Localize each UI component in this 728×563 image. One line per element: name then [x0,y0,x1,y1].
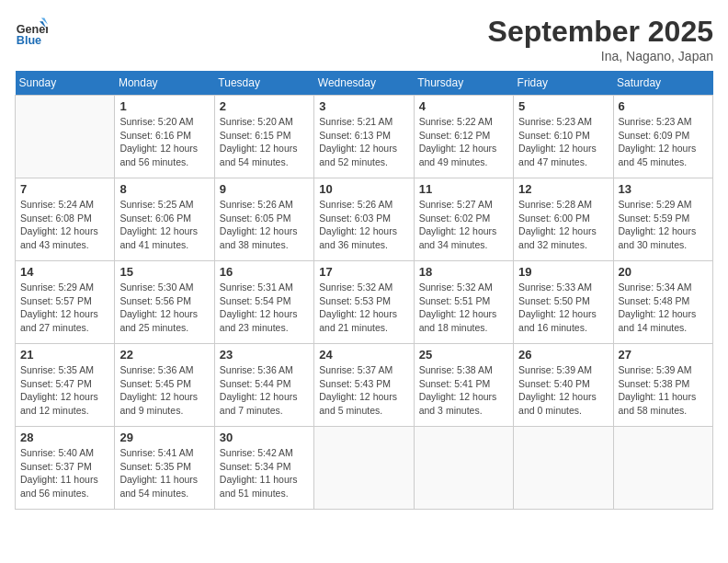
logo: General Blue [15,15,48,48]
day-info: Sunrise: 5:36 AMSunset: 5:44 PMDaylight:… [220,363,309,418]
day-info: Sunrise: 5:21 AMSunset: 6:13 PMDaylight:… [319,115,408,169]
day-number: 4 [419,99,508,113]
day-info: Sunrise: 5:23 AMSunset: 6:09 PMDaylight:… [619,115,708,169]
weekday-header-sunday: Sunday [16,71,115,96]
day-info: Sunrise: 5:26 AMSunset: 6:05 PMDaylight:… [220,198,309,252]
calendar-cell: 9Sunrise: 5:26 AMSunset: 6:05 PMDaylight… [214,178,313,261]
day-info: Sunrise: 5:39 AMSunset: 5:40 PMDaylight:… [518,363,608,418]
day-info: Sunrise: 5:40 AMSunset: 5:37 PMDaylight:… [20,446,109,500]
week-row-1: 1Sunrise: 5:20 AMSunset: 6:16 PMDaylight… [16,96,713,178]
week-row-4: 21Sunrise: 5:35 AMSunset: 5:47 PMDayligh… [16,344,713,427]
day-info: Sunrise: 5:28 AMSunset: 6:00 PMDaylight:… [518,198,608,252]
calendar-cell: 11Sunrise: 5:27 AMSunset: 6:02 PMDayligh… [414,178,513,261]
day-info: Sunrise: 5:35 AMSunset: 5:47 PMDaylight:… [20,363,109,418]
day-info: Sunrise: 5:37 AMSunset: 5:43 PMDaylight:… [319,363,408,418]
calendar-cell: 3Sunrise: 5:21 AMSunset: 6:13 PMDaylight… [314,96,414,178]
day-number: 3 [319,99,408,113]
day-info: Sunrise: 5:20 AMSunset: 6:15 PMDaylight:… [220,115,309,169]
calendar-cell: 6Sunrise: 5:23 AMSunset: 6:09 PMDaylight… [613,96,712,178]
day-info: Sunrise: 5:27 AMSunset: 6:02 PMDaylight:… [419,198,508,252]
day-number: 17 [319,265,408,279]
calendar-cell: 20Sunrise: 5:34 AMSunset: 5:48 PMDayligh… [613,261,712,344]
calendar-cell: 30Sunrise: 5:42 AMSunset: 5:34 PMDayligh… [214,427,313,510]
day-number: 18 [419,265,508,279]
day-info: Sunrise: 5:29 AMSunset: 5:59 PMDaylight:… [619,198,708,252]
day-info: Sunrise: 5:41 AMSunset: 5:35 PMDaylight:… [119,446,209,500]
day-info: Sunrise: 5:36 AMSunset: 5:45 PMDaylight:… [119,363,209,418]
weekday-header-thursday: Thursday [414,71,513,96]
day-number: 1 [119,99,209,113]
day-number: 16 [220,265,309,279]
calendar-cell: 28Sunrise: 5:40 AMSunset: 5:37 PMDayligh… [16,427,115,510]
calendar-cell [314,427,414,510]
logo-icon: General Blue [15,15,48,48]
day-number: 26 [518,348,608,362]
day-number: 27 [619,348,708,362]
day-info: Sunrise: 5:32 AMSunset: 5:53 PMDaylight:… [319,281,408,335]
calendar-cell [514,427,613,510]
day-number: 12 [518,182,608,196]
day-number: 15 [119,265,209,279]
week-row-2: 7Sunrise: 5:24 AMSunset: 6:08 PMDaylight… [16,178,713,261]
day-info: Sunrise: 5:26 AMSunset: 6:03 PMDaylight:… [319,198,408,252]
day-number: 2 [220,99,309,113]
calendar-cell: 29Sunrise: 5:41 AMSunset: 5:35 PMDayligh… [115,427,214,510]
calendar-cell: 2Sunrise: 5:20 AMSunset: 6:15 PMDaylight… [214,96,313,178]
calendar-cell: 10Sunrise: 5:26 AMSunset: 6:03 PMDayligh… [314,178,414,261]
weekday-header-wednesday: Wednesday [314,71,414,96]
weekday-header-saturday: Saturday [613,71,712,96]
day-number: 7 [20,182,109,196]
day-number: 30 [220,431,309,444]
day-number: 10 [319,182,408,196]
calendar-cell: 23Sunrise: 5:36 AMSunset: 5:44 PMDayligh… [214,344,313,427]
calendar-cell: 22Sunrise: 5:36 AMSunset: 5:45 PMDayligh… [115,344,214,427]
calendar-cell: 1Sunrise: 5:20 AMSunset: 6:16 PMDaylight… [115,96,214,178]
day-number: 14 [20,265,109,279]
weekday-header-friday: Friday [514,71,613,96]
calendar-cell: 13Sunrise: 5:29 AMSunset: 5:59 PMDayligh… [613,178,712,261]
calendar-cell: 18Sunrise: 5:32 AMSunset: 5:51 PMDayligh… [414,261,513,344]
calendar-cell [613,427,712,510]
calendar-cell: 12Sunrise: 5:28 AMSunset: 6:00 PMDayligh… [514,178,613,261]
page-header: General Blue September 2025 Ina, Nagano,… [15,15,713,63]
calendar-cell: 5Sunrise: 5:23 AMSunset: 6:10 PMDaylight… [514,96,613,178]
calendar-cell: 16Sunrise: 5:31 AMSunset: 5:54 PMDayligh… [214,261,313,344]
day-number: 5 [518,99,608,113]
day-number: 22 [119,348,209,362]
calendar-cell: 26Sunrise: 5:39 AMSunset: 5:40 PMDayligh… [514,344,613,427]
location: Ina, Nagano, Japan [488,49,713,63]
day-info: Sunrise: 5:32 AMSunset: 5:51 PMDaylight:… [419,281,508,335]
day-info: Sunrise: 5:23 AMSunset: 6:10 PMDaylight:… [518,115,608,169]
day-info: Sunrise: 5:33 AMSunset: 5:50 PMDaylight:… [518,281,608,335]
day-info: Sunrise: 5:39 AMSunset: 5:38 PMDaylight:… [619,363,708,418]
calendar-cell: 15Sunrise: 5:30 AMSunset: 5:56 PMDayligh… [115,261,214,344]
day-info: Sunrise: 5:22 AMSunset: 6:12 PMDaylight:… [419,115,508,169]
calendar-cell: 27Sunrise: 5:39 AMSunset: 5:38 PMDayligh… [613,344,712,427]
day-info: Sunrise: 5:24 AMSunset: 6:08 PMDaylight:… [20,198,109,252]
day-number: 9 [220,182,309,196]
day-number: 24 [319,348,408,362]
calendar-cell: 17Sunrise: 5:32 AMSunset: 5:53 PMDayligh… [314,261,414,344]
day-number: 23 [220,348,309,362]
day-info: Sunrise: 5:31 AMSunset: 5:54 PMDaylight:… [220,281,309,335]
calendar-cell: 25Sunrise: 5:38 AMSunset: 5:41 PMDayligh… [414,344,513,427]
day-info: Sunrise: 5:30 AMSunset: 5:56 PMDaylight:… [119,281,209,335]
day-number: 19 [518,265,608,279]
day-info: Sunrise: 5:42 AMSunset: 5:34 PMDaylight:… [220,446,309,500]
day-number: 6 [619,99,708,113]
day-info: Sunrise: 5:20 AMSunset: 6:16 PMDaylight:… [119,115,209,169]
svg-text:Blue: Blue [17,34,41,47]
weekday-header-monday: Monday [115,71,214,96]
day-info: Sunrise: 5:25 AMSunset: 6:06 PMDaylight:… [119,198,209,252]
day-number: 21 [20,348,109,362]
day-number: 11 [419,182,508,196]
title-block: September 2025 Ina, Nagano, Japan [488,15,713,63]
calendar-cell: 7Sunrise: 5:24 AMSunset: 6:08 PMDaylight… [16,178,115,261]
day-number: 8 [119,182,209,196]
weekday-header-row: SundayMondayTuesdayWednesdayThursdayFrid… [16,71,713,96]
calendar-cell: 4Sunrise: 5:22 AMSunset: 6:12 PMDaylight… [414,96,513,178]
calendar-cell [414,427,513,510]
calendar-cell: 24Sunrise: 5:37 AMSunset: 5:43 PMDayligh… [314,344,414,427]
calendar-cell [16,96,115,178]
calendar-cell: 19Sunrise: 5:33 AMSunset: 5:50 PMDayligh… [514,261,613,344]
